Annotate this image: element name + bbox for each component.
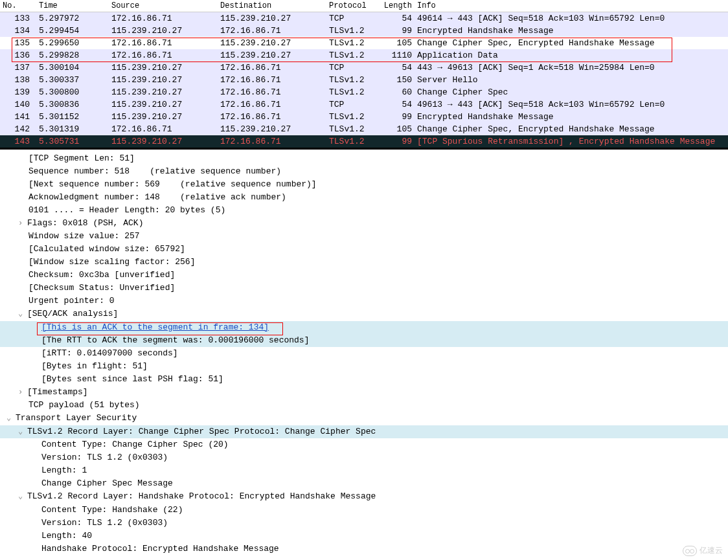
cell-source: 115.239.210.27 — [109, 25, 218, 37]
cell-time: 5.297972 — [36, 12, 109, 25]
header-no[interactable]: No. — [0, 0, 36, 12]
cell-length: 99 — [378, 111, 415, 123]
cell-destination: 172.16.86.71 — [218, 86, 326, 98]
packet-details: [TCP Segment Len: 51] Sequence number: 5… — [0, 150, 728, 556]
packet-row[interactable]: 1435.305731115.239.210.27172.16.86.71TLS… — [0, 135, 728, 148]
cell-no: 135 — [0, 37, 36, 49]
cell-info: Server Hello — [415, 74, 728, 86]
detail-sequence-number[interactable]: Sequence number: 518 (relative sequence … — [0, 165, 728, 178]
cell-source: 115.239.210.27 — [109, 135, 218, 148]
cell-source: 172.16.86.71 — [109, 37, 218, 49]
cell-destination: 115.239.210.27 — [218, 123, 326, 135]
detail-tls-record-1[interactable]: ⌄TLSv1.2 Record Layer: Change Cipher Spe… — [0, 425, 728, 438]
detail-content-type-1[interactable]: Content Type: Change Cipher Spec (20) — [0, 438, 728, 451]
cell-time: 5.299454 — [36, 25, 109, 37]
packet-row[interactable]: 1385.300337115.239.210.27172.16.86.71TLS… — [0, 74, 728, 86]
header-time[interactable]: Time — [36, 0, 109, 12]
detail-ack-to-frame-link[interactable]: [This is an ACK to the segment in frame:… — [41, 322, 269, 332]
detail-ack-to-frame[interactable]: [This is an ACK to the segment in frame:… — [0, 321, 728, 334]
detail-tcp-payload[interactable]: TCP payload (51 bytes) — [0, 399, 728, 412]
packet-row[interactable]: 1355.299650172.16.86.71115.239.210.27TLS… — [0, 37, 728, 49]
detail-flags-label: Flags: 0x018 (PSH, ACK) — [27, 218, 143, 228]
chevron-right-icon[interactable]: › — [18, 217, 27, 230]
cell-no: 143 — [0, 135, 36, 148]
cell-protocol: TCP — [326, 12, 378, 25]
detail-bytes-in-flight[interactable]: [Bytes in flight: 51] — [0, 360, 728, 373]
cell-protocol: TLSv1.2 — [326, 111, 378, 123]
detail-checksum-status[interactable]: [Checksum Status: Unverified] — [0, 282, 728, 295]
chevron-down-icon[interactable]: ⌄ — [18, 308, 27, 320]
cell-protocol: TCP — [326, 62, 378, 74]
detail-calc-window[interactable]: [Calculated window size: 65792] — [0, 243, 728, 256]
detail-bytes-since-psh[interactable]: [Bytes sent since last PSH flag: 51] — [0, 373, 728, 386]
cell-no: 140 — [0, 98, 36, 111]
detail-seqack-analysis[interactable]: ⌄[SEQ/ACK analysis] — [0, 308, 728, 320]
header-destination[interactable]: Destination — [218, 0, 326, 12]
cell-protocol: TLSv1.2 — [326, 135, 378, 148]
detail-content-type-2[interactable]: Content Type: Handshake (22) — [0, 504, 728, 517]
cell-source: 172.16.86.71 — [109, 12, 218, 25]
cell-destination: 115.239.210.27 — [218, 12, 326, 25]
watermark: 亿速云 — [683, 545, 723, 556]
detail-tls-record-2[interactable]: ⌄TLSv1.2 Record Layer: Handshake Protoco… — [0, 490, 728, 503]
cell-time: 5.301319 — [36, 123, 109, 135]
cell-destination: 172.16.86.71 — [218, 98, 326, 111]
cell-source: 115.239.210.27 — [109, 86, 218, 98]
chevron-down-icon[interactable]: ⌄ — [6, 412, 16, 425]
detail-ccs-message[interactable]: Change Cipher Spec Message — [0, 477, 728, 490]
detail-tcp-segment-len[interactable]: [TCP Segment Len: 51] — [0, 152, 728, 165]
cell-time: 5.299650 — [36, 37, 109, 49]
detail-length-2[interactable]: Length: 40 — [0, 530, 728, 543]
detail-tls-header[interactable]: ⌄Transport Layer Security — [0, 412, 728, 425]
cell-no: 137 — [0, 62, 36, 74]
packet-row[interactable]: 1345.299454115.239.210.27172.16.86.71TLS… — [0, 25, 728, 37]
detail-checksum[interactable]: Checksum: 0xc3ba [unverified] — [0, 269, 728, 282]
cell-protocol: TLSv1.2 — [326, 37, 378, 49]
cell-time: 5.300836 — [36, 98, 109, 111]
cell-info: Application Data — [415, 49, 728, 62]
cell-info: Change Cipher Spec — [415, 86, 728, 98]
packet-row[interactable]: 1335.297972172.16.86.71115.239.210.27TCP… — [0, 12, 728, 25]
detail-window-size[interactable]: Window size value: 257 — [0, 230, 728, 243]
packet-row[interactable]: 1395.300800115.239.210.27172.16.86.71TLS… — [0, 86, 728, 98]
cell-protocol: TLSv1.2 — [326, 86, 378, 98]
cell-time: 5.305731 — [36, 135, 109, 148]
cell-length: 54 — [378, 62, 415, 74]
header-source[interactable]: Source — [109, 0, 218, 12]
detail-version-1[interactable]: Version: TLS 1.2 (0x0303) — [0, 451, 728, 464]
chevron-down-icon[interactable]: ⌄ — [18, 490, 27, 503]
detail-ack-number[interactable]: Acknowledgment number: 148 (relative ack… — [0, 191, 728, 204]
detail-header-length[interactable]: 0101 .... = Header Length: 20 bytes (5) — [0, 204, 728, 217]
cell-no: 139 — [0, 86, 36, 98]
packet-row[interactable]: 1375.300104115.239.210.27172.16.86.71TCP… — [0, 62, 728, 74]
packet-row[interactable]: 1405.300836115.239.210.27172.16.86.71TCP… — [0, 98, 728, 111]
header-protocol[interactable]: Protocol — [326, 0, 378, 12]
cell-length: 99 — [378, 25, 415, 37]
cell-info: [TCP Spurious Retransmission] , Encrypte… — [415, 135, 728, 148]
packet-row[interactable]: 1415.301152115.239.210.27172.16.86.71TLS… — [0, 111, 728, 123]
cell-info: 49613 → 443 [ACK] Seq=518 Ack=103 Win=65… — [415, 98, 728, 111]
detail-version-2[interactable]: Version: TLS 1.2 (0x0303) — [0, 517, 728, 530]
detail-tls-record-1-label: TLSv1.2 Record Layer: Change Cipher Spec… — [27, 427, 376, 436]
packet-row[interactable]: 1365.299828172.16.86.71115.239.210.27TLS… — [0, 49, 728, 62]
packet-row[interactable]: 1425.301319172.16.86.71115.239.210.27TLS… — [0, 123, 728, 135]
header-info[interactable]: Info — [415, 0, 728, 12]
cell-time: 5.300337 — [36, 74, 109, 86]
detail-window-scale[interactable]: [Window size scaling factor: 256] — [0, 256, 728, 269]
chevron-down-icon[interactable]: ⌄ — [18, 425, 27, 438]
detail-next-sequence[interactable]: [Next sequence number: 569 (relative seq… — [0, 178, 728, 191]
cell-info: 443 → 49613 [ACK] Seq=1 Ack=518 Win=2598… — [415, 62, 728, 74]
cell-protocol: TLSv1.2 — [326, 49, 378, 62]
detail-flags[interactable]: ›Flags: 0x018 (PSH, ACK) — [0, 217, 728, 230]
detail-length-1[interactable]: Length: 1 — [0, 464, 728, 477]
detail-urgent-pointer[interactable]: Urgent pointer: 0 — [0, 295, 728, 308]
detail-timestamps[interactable]: ›[Timestamps] — [0, 386, 728, 399]
cell-time: 5.299828 — [36, 49, 109, 62]
cell-no: 134 — [0, 25, 36, 37]
detail-handshake-protocol[interactable]: Handshake Protocol: Encrypted Handshake … — [0, 543, 728, 555]
header-length[interactable]: Length — [378, 0, 415, 12]
chevron-right-icon[interactable]: › — [18, 386, 27, 399]
detail-irtt[interactable]: [iRTT: 0.014097000 seconds] — [0, 347, 728, 360]
cell-destination: 172.16.86.71 — [218, 25, 326, 37]
detail-rtt[interactable]: [The RTT to ACK the segment was: 0.00019… — [0, 334, 728, 347]
